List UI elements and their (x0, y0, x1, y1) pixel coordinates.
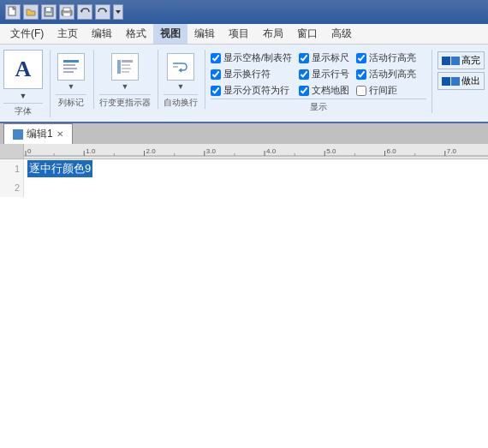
svg-text:3.0: 3.0 (206, 147, 217, 155)
checkbox-show-space[interactable]: 显示空格/制表符 (211, 51, 292, 64)
font-group: A ▼ 字体 (3, 50, 51, 117)
right-ribbon-buttons: 高完 做出 (437, 50, 485, 92)
menu-window[interactable]: 窗口 (290, 24, 324, 44)
checkbox-show-ruler[interactable]: 显示标尺 (299, 51, 349, 64)
grid-icon2 (451, 57, 460, 65)
menu-home[interactable]: 主页 (51, 24, 85, 44)
display-checkboxes-col3: 活动行高亮 活动列高亮 行间距 (356, 51, 416, 97)
menu-edit2[interactable]: 编辑 (187, 24, 222, 44)
line-1-content[interactable]: 逐中行颜色9 (24, 160, 488, 177)
menu-format[interactable]: 格式 (119, 24, 153, 44)
app-container: 文件(F) 主页 编辑 格式 视图 编辑 项目 布局 窗口 高级 A ▼ 字体 (0, 0, 488, 448)
svg-rect-12 (63, 68, 77, 69)
new-button[interactable] (5, 4, 21, 20)
checkbox-active-col-highlight[interactable]: 活动列高亮 (356, 68, 416, 81)
main-content: 编辑1 ✕ 0 1.0 2. (0, 123, 488, 448)
ribbon-content: A ▼ 字体 (0, 45, 488, 122)
open-button[interactable] (23, 4, 39, 20)
grid-icon3 (442, 77, 450, 86)
title-bar (0, 0, 488, 24)
doc-page[interactable]: 1 逐中行颜色9 2 (0, 159, 488, 448)
svg-rect-18 (122, 71, 129, 73)
high-contrast-btn2[interactable]: 做出 (437, 72, 485, 90)
high-contrast-btn1[interactable]: 高完 (437, 51, 485, 69)
high-contrast-btn1-label: 高完 (461, 54, 480, 67)
high-contrast-btn2-label: 做出 (461, 75, 480, 87)
ribbon: A ▼ 字体 (0, 45, 488, 123)
menu-project[interactable]: 项目 (222, 24, 256, 44)
auto-wrap-group: ▼ 自动换行 (164, 50, 205, 109)
line-number-2: 2 (0, 178, 24, 197)
svg-rect-15 (122, 60, 133, 63)
list-marker-group-label: 列标记 (56, 94, 86, 109)
checkbox-show-docmap[interactable]: 文档地图 (299, 84, 349, 97)
checkbox-show-pagebreak[interactable]: 显示分页符为行 (211, 84, 292, 97)
line-change-label: ▼ (122, 82, 129, 91)
undo-button[interactable] (77, 4, 92, 20)
menu-advanced[interactable]: 高级 (324, 24, 359, 44)
svg-rect-17 (122, 68, 131, 69)
svg-rect-3 (45, 13, 52, 15)
font-group-label: 字体 (3, 103, 43, 117)
line-change-group-label: 行变更指示器 (99, 94, 151, 109)
display-group-label: 显示 (211, 99, 426, 113)
list-marker-button[interactable] (57, 53, 85, 81)
svg-marker-9 (116, 10, 121, 14)
svg-rect-13 (63, 71, 74, 73)
list-marker-group: ▼ 列标记 (56, 50, 94, 109)
svg-rect-16 (122, 64, 130, 66)
doc-tab-1[interactable]: 编辑1 ✕ (3, 123, 73, 144)
checkbox-show-lineno[interactable]: 显示行号 (299, 68, 349, 81)
svg-rect-6 (63, 13, 70, 16)
auto-wrap-label: ▼ (177, 82, 185, 91)
doc-tab-icon (13, 129, 23, 140)
line-number-1: 1 (0, 159, 24, 178)
svg-text:7.0: 7.0 (447, 147, 457, 155)
save-button[interactable] (41, 4, 57, 20)
toolbar-dropdown-button[interactable] (113, 4, 123, 20)
doc-scroll-area[interactable]: 1 逐中行颜色9 2 (0, 159, 488, 448)
grid-icon (442, 57, 450, 65)
checkbox-line-spacing[interactable]: 行间距 (356, 84, 416, 97)
font-dropdown-arrow[interactable]: ▼ (18, 91, 28, 101)
grid-icon4 (451, 77, 460, 86)
display-group: 显示空格/制表符 显示换行符 显示分页符为行 显示标尺 (211, 50, 432, 113)
selected-text: 逐中行颜色9 (27, 160, 92, 177)
checkbox-active-row-highlight[interactable]: 活动行高亮 (356, 51, 416, 64)
menu-file[interactable]: 文件(F) (3, 24, 51, 44)
doc-line-1: 1 逐中行颜色9 (0, 159, 488, 178)
font-button[interactable]: A (3, 50, 43, 89)
svg-text:5.0: 5.0 (326, 147, 336, 155)
ruler-svg: 0 1.0 2.0 3.0 4.0 5.0 (24, 144, 488, 158)
print-button[interactable] (59, 4, 74, 20)
ruler-gutter (0, 144, 24, 158)
menu-bar: 文件(F) 主页 编辑 格式 视图 编辑 项目 布局 窗口 高级 (0, 24, 488, 45)
menu-layout[interactable]: 布局 (256, 24, 290, 44)
svg-rect-14 (117, 60, 121, 74)
display-checkboxes-col2: 显示标尺 显示行号 文档地图 (299, 51, 349, 97)
checkbox-show-newline[interactable]: 显示换行符 (211, 68, 292, 81)
svg-text:6.0: 6.0 (387, 147, 397, 155)
redo-button[interactable] (95, 4, 110, 20)
svg-text:0: 0 (27, 147, 32, 155)
doc-tab-close[interactable]: ✕ (57, 129, 63, 139)
auto-wrap-button[interactable] (167, 53, 194, 81)
svg-rect-2 (46, 8, 51, 11)
svg-text:2.0: 2.0 (146, 147, 157, 155)
svg-rect-10 (63, 60, 79, 63)
ruler: 0 1.0 2.0 3.0 4.0 5.0 (0, 144, 488, 159)
svg-rect-11 (63, 64, 75, 66)
svg-rect-5 (63, 8, 70, 11)
svg-text:1.0: 1.0 (86, 147, 96, 155)
doc-tab-label: 编辑1 (27, 127, 53, 141)
doc-line-2: 2 (0, 178, 488, 197)
line-change-group: ▼ 行变更指示器 (99, 50, 158, 109)
svg-text:4.0: 4.0 (266, 147, 277, 155)
doc-tab-bar: 编辑1 ✕ (0, 123, 488, 144)
list-marker-label: ▼ (68, 82, 75, 91)
line-change-button[interactable] (111, 53, 139, 81)
menu-edit[interactable]: 编辑 (85, 24, 119, 44)
menu-view[interactable]: 视图 (153, 24, 187, 44)
title-bar-icons (5, 4, 123, 20)
display-checkboxes-col1: 显示空格/制表符 显示换行符 显示分页符为行 (211, 51, 292, 97)
